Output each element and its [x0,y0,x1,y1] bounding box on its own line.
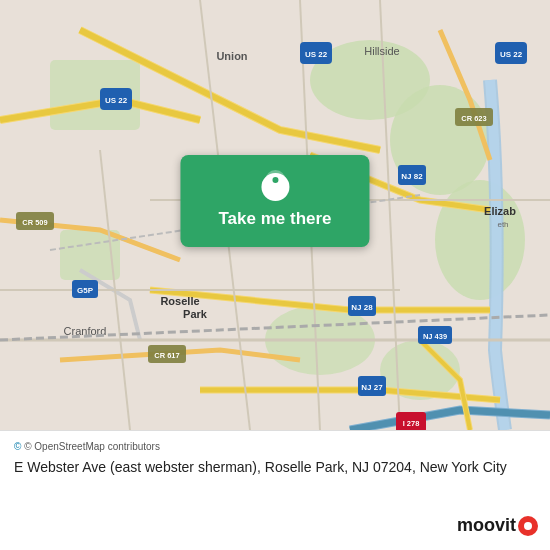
svg-text:NJ 439: NJ 439 [423,332,447,341]
svg-point-50 [272,177,278,183]
svg-text:US 22: US 22 [500,50,523,59]
copyright-symbol: © [14,441,21,452]
svg-text:Elizab: Elizab [484,205,516,217]
moovit-dot-inner [524,522,532,530]
svg-text:NJ 82: NJ 82 [401,172,423,181]
svg-text:CR 623: CR 623 [461,114,486,123]
svg-text:US 22: US 22 [305,50,328,59]
osm-credit-text: © OpenStreetMap contributors [24,441,160,452]
svg-text:I 278: I 278 [403,419,420,428]
svg-text:Hillside: Hillside [364,45,399,57]
svg-text:CR 617: CR 617 [154,351,179,360]
svg-text:NJ 27: NJ 27 [361,383,383,392]
take-me-there-button[interactable]: Take me there [180,155,369,247]
svg-text:Park: Park [183,308,208,320]
svg-text:Roselle: Roselle [160,295,199,307]
button-overlay: Take me there [180,155,369,247]
map-container: US 22 US 22 US 22 NJ 82 NJ 28 NJ 27 CR 5… [0,0,550,430]
svg-text:US 22: US 22 [105,96,128,105]
location-pin-icon [261,169,289,197]
moovit-brand-text: moovit [457,515,516,536]
button-label: Take me there [218,209,331,228]
moovit-dot-icon [518,516,538,536]
svg-text:CR 509: CR 509 [22,218,47,227]
osm-credit: © © OpenStreetMap contributors [14,441,536,452]
svg-text:NJ 28: NJ 28 [351,303,373,312]
moovit-logo: moovit [457,515,538,536]
svg-text:Union: Union [216,50,247,62]
svg-point-3 [435,180,525,300]
svg-text:eth: eth [497,220,508,229]
info-bar: © © OpenStreetMap contributors E Webster… [0,430,550,550]
svg-text:G5P: G5P [77,286,94,295]
